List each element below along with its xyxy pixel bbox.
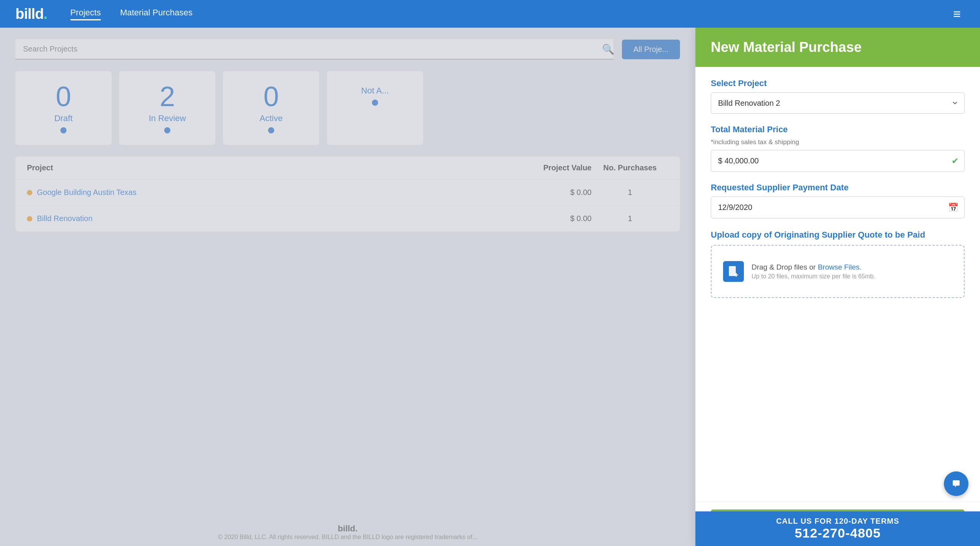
overlay: [0, 28, 695, 546]
browse-files-link[interactable]: Browse Files.: [818, 263, 862, 271]
payment-date-label: Requested Supplier Payment Date: [711, 183, 965, 193]
select-project-section: Select Project Billd Renovation 2: [711, 78, 965, 114]
chat-button[interactable]: [944, 471, 968, 496]
upload-text-area: Drag & Drop files or Browse Files. Up to…: [752, 263, 875, 280]
bottom-bar: CALL US FOR 120-DAY TERMS 512-270-4805: [695, 511, 980, 546]
panel-header: New Material Purchase: [695, 28, 980, 67]
panel-title: New Material Purchase: [711, 39, 862, 55]
main-content: 🔍 All Proje... 0 Draft 2 In Review 0 Act…: [0, 28, 980, 546]
panel-body: Select Project Billd Renovation 2 Total …: [695, 67, 980, 501]
total-price-input[interactable]: [711, 150, 965, 172]
hamburger-icon[interactable]: ≡: [953, 7, 961, 22]
payment-date-section: Requested Supplier Payment Date 📅: [711, 183, 965, 218]
upload-subtext: Up to 20 files, maximum size per file is…: [752, 273, 875, 280]
top-nav: billd. Projects Material Purchases ≡: [0, 0, 980, 28]
date-wrapper: 📅: [711, 196, 965, 218]
total-price-wrapper: ✔: [711, 150, 965, 172]
nav-projects[interactable]: Projects: [70, 8, 101, 20]
nav-links: Projects Material Purchases: [70, 8, 193, 20]
upload-drag-text: Drag & Drop files or Browse Files.: [752, 263, 875, 271]
right-panel: New Material Purchase Select Project Bil…: [695, 28, 980, 546]
check-icon: ✔: [952, 156, 958, 166]
total-price-section: Total Material Price *including sales ta…: [711, 125, 965, 172]
nav-material-purchases[interactable]: Material Purchases: [120, 8, 192, 20]
upload-section: Upload copy of Originating Supplier Quot…: [711, 229, 965, 298]
app-logo: billd.: [15, 6, 47, 22]
upload-area[interactable]: Drag & Drop files or Browse Files. Up to…: [711, 245, 965, 298]
select-project-dropdown[interactable]: Billd Renovation 2: [711, 92, 965, 114]
upload-label: Upload copy of Originating Supplier Quot…: [711, 229, 965, 241]
left-panel: 🔍 All Proje... 0 Draft 2 In Review 0 Act…: [0, 28, 695, 546]
call-us-text: CALL US FOR 120-DAY TERMS: [703, 517, 972, 526]
total-price-sublabel: *including sales tax & shipping: [711, 138, 965, 146]
phone-number: 512-270-4805: [703, 526, 972, 541]
total-price-label: Total Material Price: [711, 125, 965, 135]
select-project-label: Select Project: [711, 78, 965, 88]
upload-file-icon: [723, 261, 744, 282]
payment-date-input[interactable]: [711, 196, 965, 218]
calendar-icon[interactable]: 📅: [948, 203, 958, 213]
